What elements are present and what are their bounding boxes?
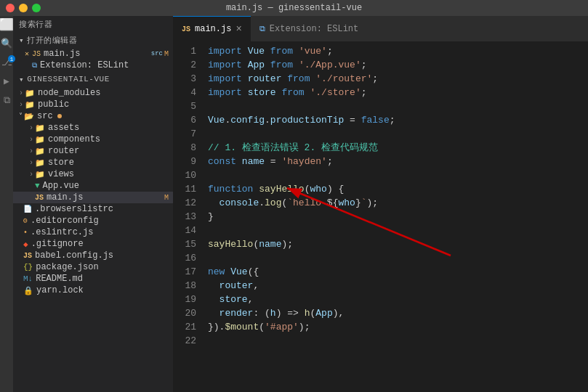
git-icon: ◆ (23, 240, 28, 249)
tree-yarn-lock[interactable]: 🔒 yarn.lock (13, 285, 173, 296)
editor-area: JS main.js × ⧉ Extension: ESLint 12345 6… (173, 16, 588, 392)
chevron-right-icon: › (29, 124, 33, 132)
scrollbar[interactable] (581, 41, 588, 392)
open-ext-label: Extension: ESLint (40, 60, 173, 70)
code-line-7 (208, 127, 581, 141)
search-label: 搜索行器 (19, 19, 52, 30)
tree-package-json[interactable]: {} package.json (13, 261, 173, 273)
config-icon: ⚙ (23, 216, 28, 225)
tree-components[interactable]: › 📁 components (13, 134, 173, 145)
tree-item-label: store (48, 158, 74, 168)
tree-public[interactable]: › 📁 public (13, 99, 173, 110)
tree-item-label: .eslintrc.js (31, 227, 93, 237)
maximize-button[interactable] (32, 4, 41, 12)
open-file-eslint[interactable]: ⧉ Extension: ESLint (13, 60, 173, 71)
eslint-icon: • (23, 229, 28, 237)
tree-item-label: .editorconfig (31, 216, 99, 226)
chevron-down-icon: ˅ (19, 112, 23, 121)
tree-item-label: .gitignore (31, 239, 84, 249)
vue-file-icon: ▼ (35, 181, 40, 190)
modified-badge: M (164, 194, 169, 202)
code-line-11: function sayHello(who) { (208, 182, 581, 196)
tree-item-label: yarn.lock (36, 285, 84, 295)
chevron-right-icon: › (29, 136, 33, 144)
search-icon[interactable]: 🔍 (1, 38, 12, 49)
tree-item-label: src (37, 111, 53, 121)
code-content[interactable]: import Vue from 'vue'; import App from '… (204, 41, 581, 392)
tree-item-label: README.md (36, 274, 83, 284)
js-file-icon: JS (35, 194, 44, 202)
tree-item-label: babel.config.js (35, 250, 113, 261)
window-title: main.js — ginessentail-vue (226, 3, 362, 13)
js-file-icon: JS (32, 50, 41, 58)
tab-bar: JS main.js × ⧉ Extension: ESLint (173, 16, 588, 41)
open-file-label: main.js (44, 49, 151, 59)
tab-label: Extension: ESLint (270, 24, 358, 34)
code-line-21: }).$mount('#app'); (208, 320, 581, 334)
tree-babel-config[interactable]: JS babel.config.js (13, 250, 173, 261)
open-file-main-js[interactable]: ✕ JS main.js src M (13, 48, 173, 60)
tree-item-label: node_modules (38, 88, 100, 98)
explorer-header[interactable]: ▾ GINESSENTAIL-VUE (13, 71, 173, 87)
tree-readme[interactable]: M↓ README.md (13, 273, 173, 285)
code-line-14 (208, 224, 581, 237)
code-line-9: const name = 'hayden'; (208, 155, 581, 168)
chevron-down-icon: ▾ (19, 36, 24, 45)
line-numbers: 12345 678910 1112131415 1617181920 2122 (173, 41, 204, 392)
tab-eslint[interactable]: ⧉ Extension: ESLint (251, 16, 367, 41)
extensions-icon[interactable]: ⧉ (1, 94, 12, 106)
tree-router[interactable]: › 📁 router (13, 145, 173, 157)
tab-close-button[interactable]: × (235, 23, 241, 35)
code-line-22 (208, 334, 581, 348)
close-button[interactable] (6, 4, 15, 12)
tree-item-label: router (48, 146, 79, 156)
code-line-20: render: (h) => h(App), (208, 306, 581, 320)
modified-badge: M (164, 50, 169, 58)
tree-browserslistrc[interactable]: 📄 .browserslistrc (13, 203, 173, 215)
tree-assets[interactable]: › 📁 assets (13, 122, 173, 134)
code-line-8: // 1. 检查语法错误 2. 检查代码规范 (208, 141, 581, 155)
chevron-right-icon: › (29, 159, 33, 167)
code-line-5 (208, 99, 581, 113)
folder-icon: 📁 (35, 170, 45, 179)
window-controls[interactable] (6, 4, 41, 12)
activity-bar: ⬜ 🔍 ⎇ 1 ▶ ⧉ (0, 16, 13, 392)
folder-icon: 📁 (35, 135, 45, 144)
explorer-label: GINESSENTAIL-VUE (27, 75, 110, 83)
tree-eslintrc[interactable]: • .eslintrc.js (13, 226, 173, 238)
code-line-3: import router from './router'; (208, 72, 581, 86)
folder-icon: 📁 (25, 89, 35, 98)
folder-icon: 📁 (25, 100, 35, 110)
tree-node-modules[interactable]: › 📁 node_modules (13, 87, 173, 99)
tree-editorconfig[interactable]: ⚙ .editorconfig (13, 215, 173, 226)
tab-main-js[interactable]: JS main.js × (173, 16, 251, 41)
code-line-19: store, (208, 293, 581, 306)
modified-dot (57, 114, 62, 118)
explorer-icon[interactable]: ⬜ (1, 19, 12, 30)
code-line-4: import store from './store'; (208, 86, 581, 99)
code-line-16 (208, 251, 581, 265)
folder-icon: 📁 (35, 123, 45, 133)
tree-main-js[interactable]: JS main.js M (13, 192, 173, 203)
tree-gitignore[interactable]: ◆ .gitignore (13, 238, 173, 250)
tree-item-label: .browserslistrc (35, 204, 113, 214)
chevron-right-icon: › (19, 89, 23, 97)
tree-store[interactable]: › 📁 store (13, 157, 173, 168)
tab-label: main.js (195, 24, 231, 34)
open-editors-header[interactable]: ▾ 打开的编辑器 (13, 32, 173, 48)
debug-icon[interactable]: ▶ (1, 75, 12, 87)
chevron-right-icon: › (29, 171, 33, 179)
file-path-label: src (151, 50, 163, 57)
source-control-icon[interactable]: ⎇ 1 (1, 57, 12, 68)
tree-views[interactable]: › 📁 views (13, 168, 173, 180)
tree-item-label: views (48, 169, 74, 179)
tree-app-vue[interactable]: ▼ App.vue (13, 180, 173, 192)
close-icon[interactable]: ✕ (25, 49, 29, 58)
folder-open-icon: 📂 (24, 112, 34, 121)
folder-icon: 📁 (35, 158, 45, 168)
folder-icon: 📁 (35, 147, 45, 156)
search-header[interactable]: 搜索行器 (13, 16, 173, 32)
tree-src[interactable]: ˅ 📂 src (13, 110, 173, 122)
minimize-button[interactable] (19, 4, 28, 12)
code-editor[interactable]: 12345 678910 1112131415 1617181920 2122 … (173, 41, 588, 392)
